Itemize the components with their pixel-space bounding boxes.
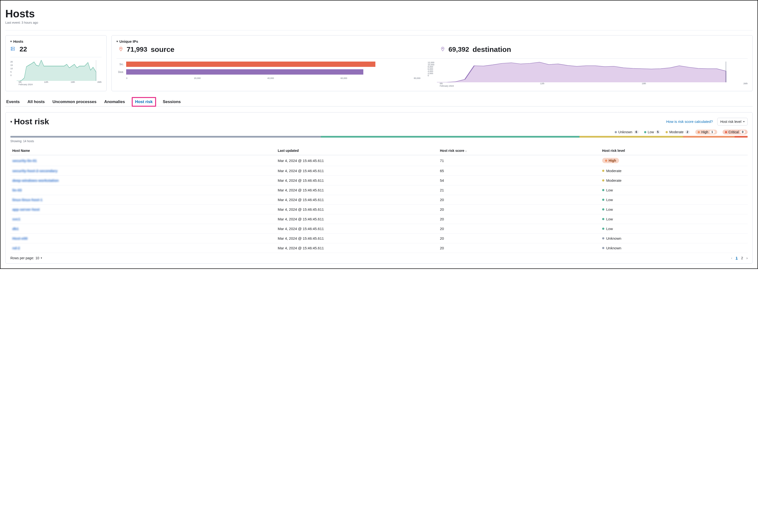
header-divider bbox=[5, 30, 753, 30]
dot-icon bbox=[602, 208, 604, 210]
tab-events[interactable]: Events bbox=[5, 97, 21, 106]
bar-src bbox=[126, 61, 375, 67]
cell-updated: Mar 4, 2024 @ 15:46:45.611 bbox=[276, 185, 438, 195]
tab-uncommon-processes[interactable]: Uncommon processes bbox=[52, 97, 97, 106]
kpi-hosts-value: 22 bbox=[19, 45, 27, 53]
kpi-hosts-header[interactable]: ▾ Hosts bbox=[10, 39, 102, 44]
area-x-axis: 5th 12th 19th 26th bbox=[428, 82, 748, 85]
hosts-mini-chart[interactable]: 20 15 10 5 0 bbox=[10, 60, 102, 81]
cell-score: 21 bbox=[438, 185, 600, 195]
tab-sessions[interactable]: Sessions bbox=[162, 97, 182, 106]
dot-icon bbox=[602, 228, 604, 230]
chevron-down-icon: ▾ bbox=[743, 120, 744, 123]
host-link[interactable]: Host-e00 bbox=[12, 236, 27, 240]
showing-count: Showing: 14 hosts bbox=[10, 139, 748, 143]
dot-icon bbox=[644, 131, 646, 133]
cell-score: 20 bbox=[438, 195, 600, 205]
cell-score: 20 bbox=[438, 243, 600, 253]
tab-all-hosts[interactable]: All hosts bbox=[26, 97, 46, 106]
legend-high[interactable]: High 1 bbox=[695, 130, 717, 134]
cell-score: 20 bbox=[438, 234, 600, 243]
legend-critical[interactable]: Critical 0 bbox=[723, 130, 748, 134]
chevron-down-icon: ▾ bbox=[10, 120, 12, 124]
tabs: Events All hosts Uncommon processes Anom… bbox=[5, 97, 753, 106]
risk-level-text: Low bbox=[606, 207, 613, 211]
legend-count: 6 bbox=[634, 130, 639, 134]
host-link[interactable]: app-server-host bbox=[12, 207, 40, 211]
dot-icon bbox=[615, 131, 617, 133]
unique-ips-bar-chart[interactable]: Src. Dest. 0 20,000 40,000 60,000 80,000 bbox=[117, 61, 421, 87]
unique-ips-area-chart[interactable]: 12,000 10,000 8,000 6,000 4,000 2,000 0 … bbox=[428, 61, 748, 87]
panel-title[interactable]: ▾ Host risk bbox=[10, 117, 49, 126]
host-link[interactable]: security-host-2-secondary bbox=[12, 169, 58, 173]
page-1[interactable]: 1 bbox=[736, 256, 738, 260]
legend-unknown[interactable]: Unknown 6 bbox=[615, 130, 639, 134]
tab-anomalies[interactable]: Anomalies bbox=[103, 97, 126, 106]
cell-level: Unknown bbox=[600, 234, 748, 243]
cell-updated: Mar 4, 2024 @ 15:46:45.611 bbox=[276, 214, 438, 224]
prev-page-button[interactable]: ‹ bbox=[731, 256, 732, 260]
cell-score: 20 bbox=[438, 205, 600, 214]
host-link[interactable]: lin-03 bbox=[12, 188, 22, 192]
legend-low[interactable]: Low 5 bbox=[644, 130, 660, 134]
bar-x-axis: 0 20,000 40,000 60,000 80,000 bbox=[126, 77, 421, 79]
col-risk-level[interactable]: Host risk level bbox=[600, 146, 748, 155]
page-2[interactable]: 2 bbox=[741, 256, 743, 260]
dot-icon bbox=[602, 237, 604, 239]
kpi-hosts-label: Hosts bbox=[13, 39, 23, 44]
kpi-card-unique-ips: ▾ Unique IPs 71,993 source 69,392 destin… bbox=[112, 35, 753, 91]
kpi-dest-value: 69,392 bbox=[448, 46, 469, 53]
svg-point-6 bbox=[442, 48, 443, 49]
cell-updated: Mar 4, 2024 @ 15:46:45.611 bbox=[276, 176, 438, 185]
host-link[interactable]: nd-2 bbox=[12, 246, 20, 250]
area-y-axis: 12,000 10,000 8,000 6,000 4,000 2,000 0 bbox=[428, 61, 434, 77]
host-link[interactable]: deep-windows-workstation bbox=[12, 178, 59, 183]
chevron-down-icon: ▾ bbox=[10, 40, 12, 43]
kpi-dest-label: destination bbox=[473, 45, 511, 53]
risk-level-text: Unknown bbox=[606, 236, 621, 240]
kpi-ips-header[interactable]: ▾ Unique IPs bbox=[117, 39, 748, 44]
dot-icon bbox=[602, 170, 604, 172]
legend-moderate[interactable]: Moderate 2 bbox=[666, 130, 690, 134]
col-last-updated[interactable]: Last updated bbox=[276, 146, 438, 155]
tab-host-risk[interactable]: Host risk bbox=[132, 97, 156, 107]
cell-level: Low bbox=[600, 195, 748, 205]
table-row: nd-2Mar 4, 2024 @ 15:46:45.61120Unknown bbox=[10, 243, 748, 253]
chevron-down-icon: ▾ bbox=[41, 257, 42, 259]
next-page-button[interactable]: › bbox=[746, 256, 748, 260]
cell-level: Moderate bbox=[600, 166, 748, 176]
cell-updated: Mar 4, 2024 @ 15:46:45.611 bbox=[276, 205, 438, 214]
dot-icon bbox=[602, 179, 604, 182]
cell-updated: Mar 4, 2024 @ 15:46:45.611 bbox=[276, 224, 438, 234]
how-calculated-link[interactable]: How is risk score calculated? bbox=[666, 120, 713, 124]
legend-count: 0 bbox=[740, 130, 745, 134]
rows-per-page-select[interactable]: Rows per page: 10 ▾ bbox=[10, 256, 42, 260]
host-risk-table: Host Name Last updated Host risk score ↓… bbox=[10, 146, 748, 253]
cell-level: Low bbox=[600, 224, 748, 234]
cell-score: 20 bbox=[438, 224, 600, 234]
cell-updated: Mar 4, 2024 @ 15:46:45.611 bbox=[276, 166, 438, 176]
chart-y-axis: 20 15 10 5 0 bbox=[10, 60, 13, 77]
cell-level: Low bbox=[600, 185, 748, 195]
svg-point-5 bbox=[121, 48, 121, 49]
host-link[interactable]: linux-linux-host-1 bbox=[12, 198, 43, 202]
cell-level: Low bbox=[600, 214, 748, 224]
table-row: svc1Mar 4, 2024 @ 15:46:45.61120Low bbox=[10, 214, 748, 224]
legend-count: 5 bbox=[655, 130, 661, 134]
host-link[interactable]: db1 bbox=[12, 227, 19, 231]
host-link[interactable]: svc1 bbox=[12, 217, 20, 221]
risk-level-select[interactable]: Host risk level ▾ bbox=[717, 118, 748, 125]
risk-level-text: Unknown bbox=[606, 246, 621, 250]
host-link[interactable]: security-lin-01 bbox=[12, 159, 37, 163]
cell-score: 65 bbox=[438, 166, 600, 176]
table-row: Host-e00Mar 4, 2024 @ 15:46:45.61120Unkn… bbox=[10, 234, 748, 243]
col-host-name[interactable]: Host Name bbox=[10, 146, 276, 155]
risk-level-text: Low bbox=[606, 227, 613, 231]
risk-badge-high: High bbox=[602, 158, 619, 163]
map-pin-icon bbox=[440, 47, 445, 53]
kpi-card-hosts: ▾ Hosts 22 20 15 10 5 0 5th 12th bbox=[5, 35, 107, 91]
host-risk-panel: ▾ Host risk How is risk score calculated… bbox=[5, 112, 753, 264]
col-risk-score[interactable]: Host risk score ↓ bbox=[438, 146, 600, 155]
risk-level-text: Low bbox=[606, 188, 613, 192]
risk-level-text: Low bbox=[606, 198, 613, 202]
